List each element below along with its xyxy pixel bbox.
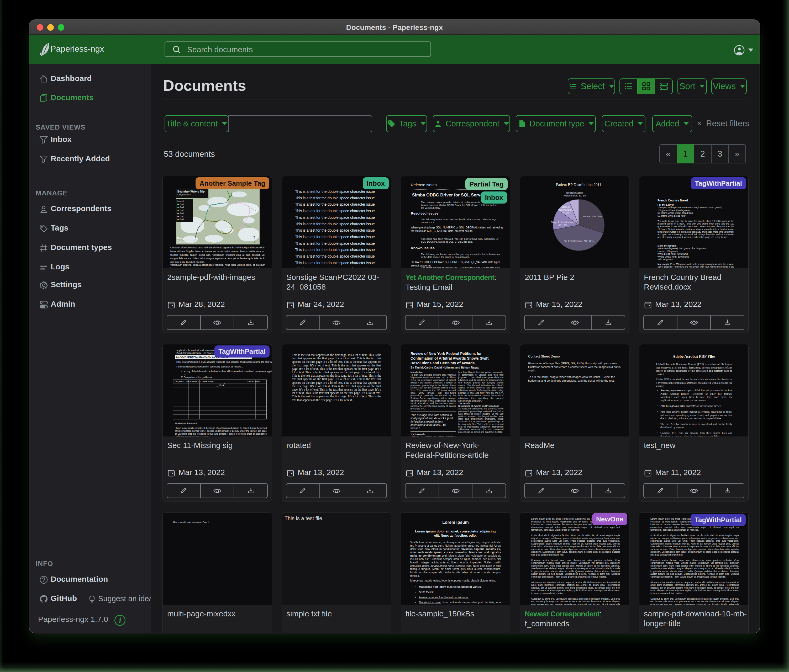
- svg-text:i: i: [119, 616, 121, 624]
